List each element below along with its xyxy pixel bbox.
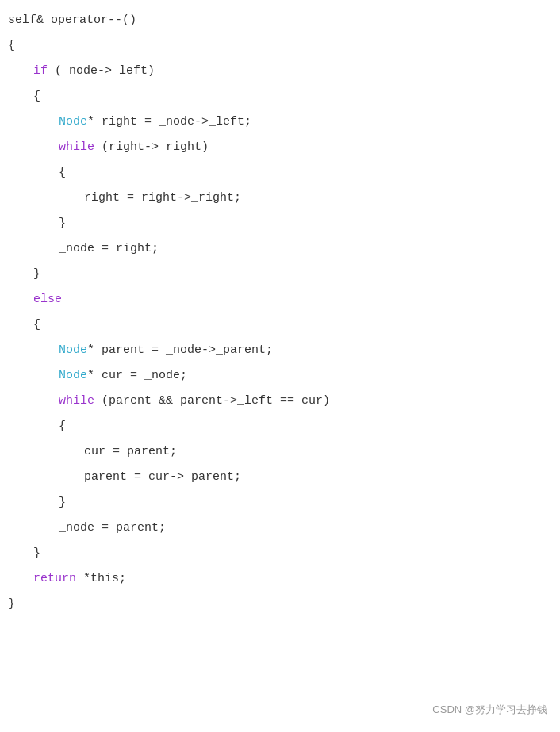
indent-spacer — [8, 414, 59, 439]
code-block: self& operator--(){if (_node->_left){Nod… — [0, 0, 560, 698]
code-line: } — [8, 490, 552, 515]
code-line: } — [8, 592, 552, 617]
code-token: * cur = _node; — [87, 363, 187, 389]
code-token: (_node->_left) — [48, 59, 155, 84]
indent-spacer — [8, 211, 59, 236]
code-line: _node = right; — [8, 236, 552, 262]
code-token: { — [33, 84, 40, 109]
code-token: * right = _node->_left; — [87, 109, 251, 135]
code-line: while (right->_right) — [8, 135, 552, 160]
code-line: if (_node->_left) — [8, 59, 552, 84]
code-token: while — [59, 135, 94, 160]
indent-spacer — [8, 566, 33, 592]
code-line: { — [8, 84, 552, 109]
indent-spacer — [8, 439, 84, 465]
code-token: { — [33, 312, 40, 338]
code-token: * parent = _node->_parent; — [87, 338, 273, 363]
indent-spacer — [8, 389, 59, 414]
code-token: *this; — [76, 566, 126, 592]
code-token: cur = parent; — [84, 439, 177, 465]
code-token: (right->_right) — [94, 135, 209, 160]
watermark-text: CSDN @努力学习去挣钱 — [432, 697, 547, 722]
code-token: (parent && parent->_left == cur) — [94, 389, 330, 414]
code-token: right = right->_right; — [84, 186, 241, 211]
indent-spacer — [8, 338, 59, 363]
code-line: } — [8, 211, 552, 236]
indent-spacer — [8, 160, 59, 186]
indent-spacer — [8, 135, 59, 160]
code-token: _node = right; — [59, 236, 159, 262]
indent-spacer — [8, 515, 59, 541]
indent-spacer — [8, 262, 33, 287]
code-token: & operator--() — [36, 8, 136, 33]
indent-spacer — [8, 490, 59, 515]
code-token: Node — [59, 338, 87, 363]
code-token: } — [59, 490, 66, 515]
code-line: else — [8, 287, 552, 312]
code-line: { — [8, 414, 552, 439]
code-token: parent = cur->_parent; — [84, 465, 241, 490]
indent-spacer — [8, 287, 33, 312]
code-token: Node — [59, 363, 87, 389]
indent-spacer — [8, 541, 33, 566]
code-token: if — [33, 59, 48, 84]
code-token: { — [59, 160, 66, 186]
indent-spacer — [8, 186, 84, 211]
code-token: while — [59, 389, 94, 414]
code-line: right = right->_right; — [8, 186, 552, 211]
code-token: { — [8, 33, 15, 59]
code-line: } — [8, 541, 552, 566]
code-token: self — [8, 8, 36, 33]
code-line: while (parent && parent->_left == cur) — [8, 389, 552, 414]
code-line: Node* cur = _node; — [8, 363, 552, 389]
code-line: } — [8, 262, 552, 287]
code-line: _node = parent; — [8, 515, 552, 541]
code-token: { — [59, 414, 66, 439]
indent-spacer — [8, 236, 59, 262]
code-line: cur = parent; — [8, 439, 552, 465]
code-token: else — [33, 287, 62, 312]
indent-spacer — [8, 59, 33, 84]
indent-spacer — [8, 363, 59, 389]
code-line: { — [8, 160, 552, 186]
code-token: } — [33, 262, 40, 287]
code-line: Node* right = _node->_left; — [8, 109, 552, 135]
indent-spacer — [8, 312, 33, 338]
indent-spacer — [8, 465, 84, 490]
code-token: return — [33, 566, 76, 592]
code-token: _node = parent; — [59, 515, 166, 541]
code-line: return *this; — [8, 566, 552, 592]
code-line: parent = cur->_parent; — [8, 465, 552, 490]
code-token: Node — [59, 109, 87, 135]
code-line: { — [8, 33, 552, 59]
code-token: } — [33, 541, 40, 566]
indent-spacer — [8, 84, 33, 109]
indent-spacer — [8, 109, 59, 135]
code-token: } — [8, 592, 15, 617]
code-line: self& operator--() — [8, 8, 552, 33]
code-line: Node* parent = _node->_parent; — [8, 338, 552, 363]
code-token: } — [59, 211, 66, 236]
code-line: { — [8, 312, 552, 338]
